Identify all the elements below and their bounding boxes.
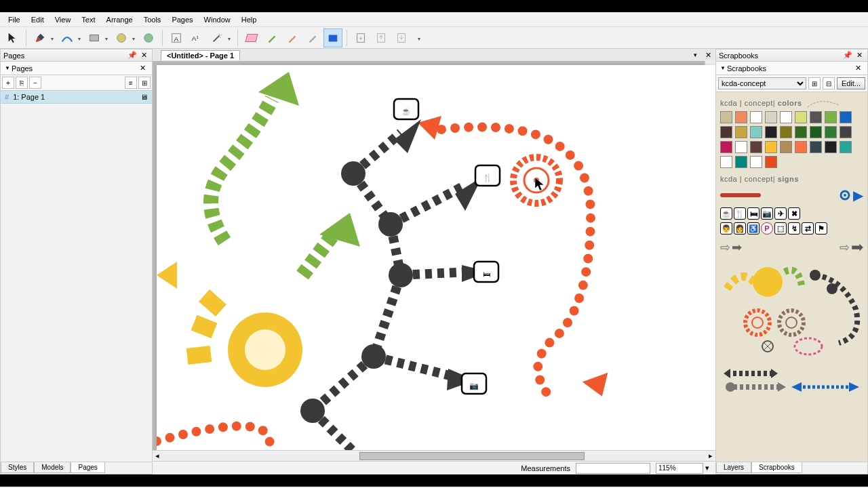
brush-tool-1[interactable] [262,28,281,47]
zoom-dropdown[interactable]: ▾ [703,464,711,472]
menu-view[interactable]: View [50,14,77,26]
sign-icon[interactable]: 🛏 [747,207,760,220]
color-swatch[interactable] [720,141,732,153]
menu-pages[interactable]: Pages [166,14,198,26]
sign-icon[interactable]: ⬚ [774,222,787,235]
color-swatch[interactable] [795,141,807,153]
color-swatch[interactable] [780,111,792,123]
color-swatch[interactable] [720,111,732,123]
grid-view-button[interactable]: ⊞ [138,77,151,89]
sign-arrow-outline-2[interactable]: ⇨ [840,240,850,255]
color-swatch[interactable] [810,141,822,153]
color-swatch[interactable] [720,156,732,168]
select-tool[interactable] [3,28,22,47]
sign-icon[interactable]: ✈ [774,207,787,220]
text-path-tool[interactable]: A¹ [187,28,206,47]
color-swatch[interactable] [765,126,777,138]
color-swatch[interactable] [810,126,822,138]
sign-icon[interactable]: 🍴 [734,207,746,220]
tab-scrapbooks[interactable]: Scrapbooks [751,462,802,473]
color-swatch[interactable] [825,126,837,138]
sign-icon[interactable]: 👩 [734,222,746,235]
tab-pages[interactable]: Pages [71,462,104,473]
sign-target-blue[interactable] [838,188,852,202]
tab-styles[interactable]: Styles [1,462,34,473]
scrapbooks-close[interactable]: ✕ [854,51,865,59]
sign-icon[interactable]: ✖ [788,207,800,220]
wand-tool[interactable] [208,28,226,47]
sign-icon[interactable]: 📷 [761,207,773,220]
pages-panel-header[interactable]: Pages ✕ [1,62,152,75]
menu-help[interactable]: Help [236,14,262,26]
measurements-input[interactable] [576,463,650,474]
color-swatch[interactable] [825,141,837,153]
page-list-item[interactable]: # 1: Page 1 🖥 [1,91,152,104]
scrapbook-prev[interactable]: ⊞ [808,77,821,89]
color-swatch[interactable] [735,111,747,123]
color-swatch[interactable] [765,111,777,123]
color-swatch[interactable] [840,141,852,153]
color-fill-tool[interactable] [323,28,342,47]
brush-tool-2[interactable] [283,28,302,47]
sign-icon[interactable]: ♿ [747,222,760,235]
color-swatch[interactable] [735,126,747,138]
brush-tool-3[interactable] [303,28,322,47]
rect-tool[interactable] [85,28,104,47]
color-swatch[interactable] [735,156,747,168]
sign-arrow-outline-1[interactable]: ⇨ [720,240,730,255]
color-swatch[interactable] [750,111,762,123]
menu-window[interactable]: Window [199,14,236,26]
scrapbook-preview[interactable] [720,262,863,397]
scrapbooks-pin[interactable]: 📌 [843,51,852,59]
scrollbar-horizontal[interactable]: ◂ ▸ [153,450,715,461]
add-page-tool[interactable]: + [351,28,370,47]
menu-file[interactable]: File [3,14,26,26]
pages-subpanel-close[interactable]: ✕ [138,64,148,73]
tab-layers[interactable]: Layers [716,462,751,473]
color-swatch[interactable] [720,126,732,138]
scrapbook-edit-button[interactable]: Edit... [837,77,865,89]
ellipse-tool[interactable] [112,28,131,47]
sign-arrow-blue[interactable]: ▶ [853,187,863,203]
color-swatch[interactable] [765,156,777,168]
scrapbooks-header[interactable]: Scrapbooks ✕ [716,62,867,75]
color-swatch[interactable] [825,111,837,123]
text-tool[interactable]: A [167,28,186,47]
color-swatch[interactable] [780,126,792,138]
delete-page-button[interactable]: − [29,77,41,89]
wand-tool-dropdown[interactable] [228,34,233,42]
sign-icon[interactable]: ↯ [788,222,800,235]
ellipse-tool-dropdown[interactable] [132,34,138,42]
tab-dropdown[interactable]: ▾ [690,52,701,58]
sign-arrow-solid-1[interactable]: ➡ [732,240,742,255]
color-swatch[interactable] [840,126,852,138]
menu-edit[interactable]: Edit [26,14,50,26]
scrapbook-select[interactable]: kcda-concept [718,77,806,89]
color-swatch[interactable] [750,156,762,168]
sign-icon[interactable]: 👨 [720,222,732,235]
zoom-input[interactable] [656,463,703,474]
color-swatch[interactable] [810,111,822,123]
color-swatch[interactable] [780,141,792,153]
curve-tool[interactable] [58,28,77,47]
scrapbook-next[interactable]: ⊟ [823,77,835,89]
color-swatch[interactable] [735,141,747,153]
color-swatch[interactable] [750,126,762,138]
color-swatch[interactable] [765,141,777,153]
scrapbooks-subpanel-close[interactable]: ✕ [853,64,863,73]
eraser-tool[interactable] [242,28,261,47]
color-swatch[interactable] [795,126,807,138]
tab-models[interactable]: Models [34,462,71,473]
rect-tool-dropdown[interactable] [105,34,111,42]
list-view-button[interactable]: ≡ [125,77,137,89]
polygon-tool[interactable] [139,28,158,47]
import-tool[interactable] [392,28,411,47]
sign-icon[interactable]: ⚑ [815,222,827,235]
pages-panel-close[interactable]: ✕ [139,51,149,59]
document-tab[interactable]: <Untitled> - Page 1 [161,50,240,60]
color-swatch[interactable] [795,111,807,123]
export-tool[interactable] [372,28,391,47]
color-swatch[interactable] [750,141,762,153]
pages-panel-pin[interactable]: 📌 [127,51,137,59]
menu-text[interactable]: Text [76,14,100,26]
